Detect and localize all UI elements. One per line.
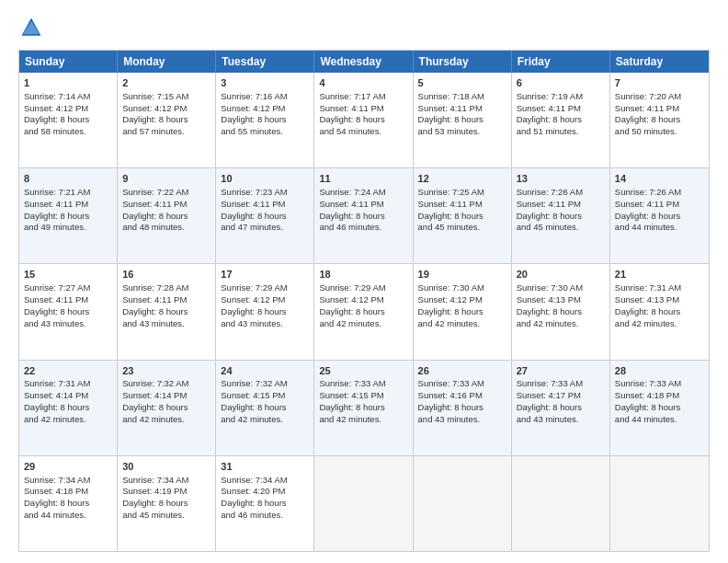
- day-info-line: Sunset: 4:17 PM: [517, 390, 605, 402]
- day-info-line: Daylight: 8 hours: [24, 306, 112, 318]
- header-cell-friday: Friday: [512, 51, 610, 73]
- day-info-line: Sunrise: 7:30 AM: [517, 282, 605, 294]
- day-cell-8: 8Sunrise: 7:21 AMSunset: 4:11 PMDaylight…: [19, 168, 118, 263]
- day-number: 4: [319, 76, 407, 90]
- day-info-line: Sunrise: 7:25 AM: [418, 187, 506, 199]
- day-info-line: and 43 minutes.: [418, 414, 506, 426]
- day-info-line: and 43 minutes.: [221, 318, 309, 330]
- day-cell-19: 19Sunrise: 7:30 AMSunset: 4:12 PMDayligh…: [414, 264, 512, 359]
- day-cell-12: 12Sunrise: 7:25 AMSunset: 4:11 PMDayligh…: [414, 168, 512, 263]
- day-info-line: Daylight: 8 hours: [24, 402, 112, 414]
- day-info-line: Sunset: 4:11 PM: [615, 199, 704, 211]
- day-info-line: and 54 minutes.: [319, 126, 407, 138]
- calendar: SundayMondayTuesdayWednesdayThursdayFrid…: [18, 50, 710, 552]
- day-number: 9: [122, 172, 210, 186]
- day-info-line: Daylight: 8 hours: [615, 402, 704, 414]
- day-cell-26: 26Sunrise: 7:33 AMSunset: 4:16 PMDayligh…: [414, 361, 512, 455]
- day-info-line: Sunrise: 7:18 AM: [418, 91, 506, 103]
- day-info-line: Daylight: 8 hours: [122, 402, 210, 414]
- calendar-body: 1Sunrise: 7:14 AMSunset: 4:12 PMDaylight…: [19, 73, 709, 551]
- day-info-line: Sunrise: 7:14 AM: [24, 91, 112, 103]
- day-cell-4: 4Sunrise: 7:17 AMSunset: 4:11 PMDaylight…: [314, 73, 413, 167]
- day-cell-20: 20Sunrise: 7:30 AMSunset: 4:13 PMDayligh…: [512, 264, 610, 359]
- day-number: 15: [24, 268, 112, 282]
- day-cell-17: 17Sunrise: 7:29 AMSunset: 4:12 PMDayligh…: [216, 264, 314, 359]
- day-info-line: Daylight: 8 hours: [418, 211, 506, 223]
- day-info-line: Sunset: 4:11 PM: [319, 103, 407, 115]
- day-info-line: Sunrise: 7:17 AM: [319, 91, 407, 103]
- day-cell-23: 23Sunrise: 7:32 AMSunset: 4:14 PMDayligh…: [118, 361, 216, 455]
- day-info-line: Sunset: 4:12 PM: [221, 294, 309, 306]
- calendar-header: SundayMondayTuesdayWednesdayThursdayFrid…: [19, 51, 709, 73]
- day-info-line: Daylight: 8 hours: [24, 211, 112, 223]
- day-number: 13: [517, 172, 605, 186]
- day-info-line: and 48 minutes.: [122, 222, 210, 234]
- day-info-line: Daylight: 8 hours: [319, 306, 407, 318]
- day-info-line: and 45 minutes.: [517, 222, 605, 234]
- day-info-line: Daylight: 8 hours: [319, 402, 407, 414]
- day-info-line: Sunrise: 7:32 AM: [122, 378, 210, 390]
- day-info-line: and 42 minutes.: [517, 318, 605, 330]
- day-number: 28: [615, 364, 704, 378]
- day-number: 31: [221, 460, 309, 474]
- day-cell-21: 21Sunrise: 7:31 AMSunset: 4:13 PMDayligh…: [610, 264, 709, 359]
- day-number: 20: [517, 268, 605, 282]
- day-cell-15: 15Sunrise: 7:27 AMSunset: 4:11 PMDayligh…: [19, 264, 118, 359]
- day-number: 6: [517, 76, 605, 90]
- day-cell-10: 10Sunrise: 7:23 AMSunset: 4:11 PMDayligh…: [216, 168, 314, 263]
- day-cell-22: 22Sunrise: 7:31 AMSunset: 4:14 PMDayligh…: [19, 361, 118, 455]
- day-info-line: Sunset: 4:12 PM: [24, 103, 112, 115]
- calendar-row-0: 1Sunrise: 7:14 AMSunset: 4:12 PMDaylight…: [19, 73, 709, 167]
- day-info-line: Daylight: 8 hours: [221, 114, 309, 126]
- day-info-line: and 42 minutes.: [221, 414, 309, 426]
- day-info-line: and 45 minutes.: [122, 510, 210, 522]
- day-info-line: Sunset: 4:16 PM: [418, 390, 506, 402]
- day-number: 25: [319, 364, 407, 378]
- day-info-line: Sunrise: 7:34 AM: [221, 475, 309, 487]
- day-info-line: Sunset: 4:11 PM: [418, 199, 506, 211]
- day-info-line: Sunrise: 7:33 AM: [615, 378, 704, 390]
- day-info-line: and 43 minutes.: [122, 318, 210, 330]
- day-info-line: Sunrise: 7:33 AM: [418, 378, 506, 390]
- day-info-line: Sunset: 4:11 PM: [517, 103, 605, 115]
- day-number: 3: [221, 76, 309, 90]
- day-info-line: and 50 minutes.: [615, 126, 704, 138]
- day-cell-16: 16Sunrise: 7:28 AMSunset: 4:11 PMDayligh…: [118, 264, 216, 359]
- day-info-line: Sunrise: 7:29 AM: [221, 282, 309, 294]
- day-info-line: and 58 minutes.: [24, 126, 112, 138]
- day-cell-24: 24Sunrise: 7:32 AMSunset: 4:15 PMDayligh…: [216, 361, 314, 455]
- day-info-line: and 44 minutes.: [615, 414, 704, 426]
- day-number: 27: [517, 364, 605, 378]
- day-number: 18: [319, 268, 407, 282]
- day-info-line: Sunrise: 7:19 AM: [517, 91, 605, 103]
- header-cell-wednesday: Wednesday: [314, 51, 413, 73]
- calendar-row-3: 22Sunrise: 7:31 AMSunset: 4:14 PMDayligh…: [19, 360, 709, 455]
- day-info-line: Sunset: 4:11 PM: [122, 294, 210, 306]
- day-info-line: Sunrise: 7:34 AM: [24, 475, 112, 487]
- day-info-line: Daylight: 8 hours: [24, 498, 112, 510]
- day-info-line: and 42 minutes.: [122, 414, 210, 426]
- day-number: 7: [615, 76, 704, 90]
- header-cell-tuesday: Tuesday: [216, 51, 314, 73]
- day-info-line: Daylight: 8 hours: [221, 211, 309, 223]
- day-number: 12: [418, 172, 506, 186]
- day-info-line: Sunset: 4:14 PM: [24, 390, 112, 402]
- header-cell-saturday: Saturday: [610, 51, 709, 73]
- day-cell-1: 1Sunrise: 7:14 AMSunset: 4:12 PMDaylight…: [19, 73, 118, 167]
- day-cell-13: 13Sunrise: 7:26 AMSunset: 4:11 PMDayligh…: [512, 168, 610, 263]
- day-info-line: Daylight: 8 hours: [418, 306, 506, 318]
- day-info-line: and 43 minutes.: [517, 414, 605, 426]
- day-cell-5: 5Sunrise: 7:18 AMSunset: 4:11 PMDaylight…: [414, 73, 512, 167]
- day-info-line: Daylight: 8 hours: [24, 114, 112, 126]
- header-cell-thursday: Thursday: [414, 51, 512, 73]
- day-info-line: and 45 minutes.: [418, 222, 506, 234]
- day-info-line: Sunset: 4:14 PM: [122, 390, 210, 402]
- day-info-line: and 46 minutes.: [221, 510, 309, 522]
- calendar-row-4: 29Sunrise: 7:34 AMSunset: 4:18 PMDayligh…: [19, 455, 709, 551]
- header-cell-monday: Monday: [118, 51, 216, 73]
- day-info-line: Daylight: 8 hours: [615, 211, 704, 223]
- day-info-line: Sunrise: 7:22 AM: [122, 187, 210, 199]
- day-info-line: and 55 minutes.: [221, 126, 309, 138]
- day-info-line: Sunset: 4:18 PM: [24, 486, 112, 498]
- day-info-line: Sunrise: 7:28 AM: [122, 282, 210, 294]
